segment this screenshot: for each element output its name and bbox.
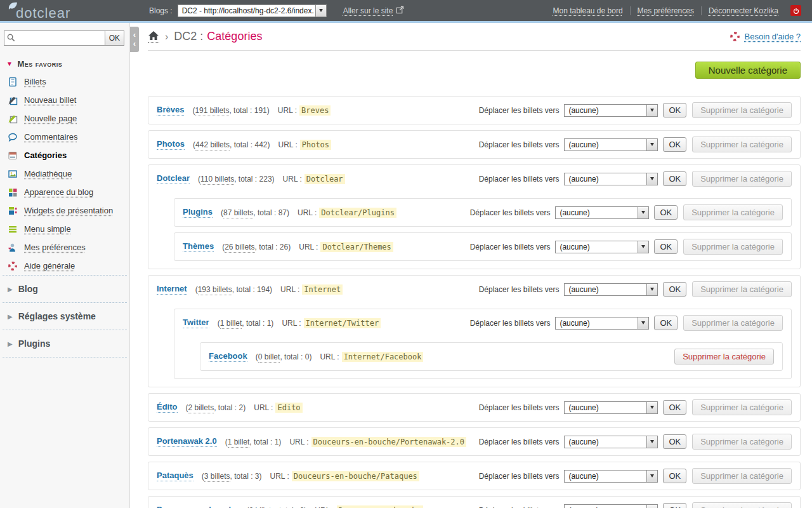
delete-category-button[interactable]: Supprimer la catégorie — [683, 239, 783, 255]
category-link[interactable]: Douceurs en bouche — [157, 505, 239, 508]
go-to-site-link[interactable]: Aller sur le site — [343, 6, 393, 15]
sidebar-item-mes-pr-f-rences[interactable]: Mes préférences — [0, 238, 129, 257]
category-line: Édito(2 billets, total : 2)URL :EditoDép… — [148, 394, 800, 421]
power-icon — [792, 7, 800, 15]
delete-category-button[interactable]: Supprimer la catégorie — [692, 434, 792, 450]
ok-button[interactable]: OK — [663, 503, 686, 508]
blog-select[interactable]: DC2 - http://localhost/hg-dc2-2.6/index. — [178, 4, 327, 17]
category-line: Facebook(0 billet, total : 0)URL :Intern… — [200, 343, 782, 370]
logout-power-button[interactable] — [790, 5, 801, 16]
move-category-select[interactable]: (aucune) — [555, 241, 649, 253]
move-category-select[interactable]: (aucune) — [555, 317, 649, 330]
move-category-select[interactable]: (aucune) — [564, 504, 658, 508]
sidebar-item-label: Apparence du blog — [24, 187, 93, 197]
sidebar-item-billets[interactable]: Billets — [0, 72, 129, 91]
ok-button[interactable]: OK — [663, 282, 686, 297]
delete-category-button[interactable]: Supprimer la catégorie — [674, 349, 774, 364]
ok-button[interactable]: OK — [663, 400, 686, 415]
delete-category-button[interactable]: Supprimer la catégorie — [692, 399, 792, 415]
sidebar-item-cat-gories[interactable]: Catégories — [0, 146, 129, 164]
select-arrow-icon — [646, 105, 657, 116]
category-post-count: (87 billets, total : 87) — [221, 208, 289, 217]
category-link[interactable]: Plugins — [183, 207, 213, 218]
sidebar-sections: ▶Blog▶Réglages système▶Plugins — [0, 275, 129, 358]
category-children: Facebook(0 billet, total : 0)URL :Intern… — [174, 342, 791, 378]
category-link[interactable]: Édito — [157, 402, 178, 413]
category-link[interactable]: Pataquès — [157, 471, 193, 481]
category-link[interactable]: Dotclear — [157, 173, 190, 184]
delete-category-button[interactable]: Supprimer la catégorie — [683, 204, 783, 220]
delete-category-button[interactable]: Supprimer la catégorie — [692, 468, 792, 484]
category-info: Photos(442 billets, total : 442)URL :Pho… — [157, 139, 331, 150]
delete-category-button[interactable]: Supprimer la catégorie — [692, 281, 792, 297]
category-link[interactable]: Thèmes — [183, 241, 214, 252]
move-category-select[interactable]: (aucune) — [564, 470, 658, 483]
delete-category-button[interactable]: Supprimer la catégorie — [683, 315, 783, 331]
sidebar-item-aide-g-n-rale[interactable]: Aide générale — [0, 257, 129, 275]
category-link[interactable]: Photos — [157, 139, 185, 150]
sidebar-collapse-handle[interactable]: ‹‹ — [130, 27, 139, 52]
select-arrow-icon — [646, 436, 657, 448]
ok-button[interactable]: OK — [663, 171, 686, 186]
search-ok-button[interactable]: OK — [105, 30, 124, 46]
posts-count: 1 billet — [228, 438, 250, 448]
home-breadcrumb-link[interactable] — [148, 30, 159, 43]
select-value: (aucune) — [565, 403, 646, 412]
ok-button[interactable]: OK — [663, 434, 686, 449]
category-link[interactable]: Internet — [157, 284, 187, 295]
move-category-select[interactable]: (aucune) — [555, 206, 649, 219]
dotclear-logo[interactable]: dotclear — [0, 1, 130, 20]
sidebar-item-commentaires[interactable]: Commentaires — [0, 128, 129, 146]
sidebar-item-nouveau-billet[interactable]: Nouveau billet — [0, 91, 129, 109]
sidebar-section-plugins[interactable]: ▶Plugins — [0, 330, 129, 357]
sidebar-section-blog[interactable]: ▶Blog — [0, 276, 129, 302]
delete-category-button[interactable]: Supprimer la catégorie — [692, 502, 792, 508]
ok-button[interactable]: OK — [663, 137, 686, 152]
ok-button[interactable]: OK — [654, 205, 678, 220]
search-input[interactable] — [4, 30, 105, 46]
move-category-select[interactable]: (aucune) — [564, 104, 658, 117]
move-category-select[interactable]: (aucune) — [564, 401, 658, 414]
move-category-select[interactable]: (aucune) — [564, 173, 658, 185]
sidebar-item-label: Aide générale — [24, 261, 75, 271]
sidebar-item-apparence-du-blog[interactable]: Apparence du blog — [0, 183, 129, 201]
help-link[interactable]: Besoin d'aide ? — [745, 32, 801, 41]
favorites-list: BilletsNouveau billetNouvelle pageCommen… — [0, 72, 129, 275]
topbar-link[interactable]: Mes préférences — [630, 6, 701, 15]
delete-category-button[interactable]: Supprimer la catégorie — [692, 137, 792, 152]
main-area: ‹‹ › DC2 : Catégories Besoin d'aide ? No… — [130, 23, 812, 508]
category-link[interactable]: Brèves — [157, 105, 184, 116]
category-link[interactable]: Portenawak 2.0 — [157, 436, 217, 447]
favorites-section-title[interactable]: ▼ Mes favoris — [6, 59, 129, 69]
sidebar-item-m-diath-que[interactable]: Médiathèque — [0, 164, 129, 183]
topbar-link[interactable]: Déconnecter Kozlika — [701, 6, 785, 15]
select-value: (aucune) — [565, 175, 646, 184]
posts-count: 3 billets — [204, 472, 230, 482]
ok-button[interactable]: OK — [663, 103, 686, 117]
delete-category-button[interactable]: Supprimer la catégorie — [692, 102, 792, 118]
topbar-link[interactable]: Mon tableau de bord — [546, 6, 629, 15]
move-posts-label: Déplacer les billets vers — [470, 208, 551, 217]
ok-button[interactable]: OK — [654, 239, 678, 254]
sidebar-item-widgets-de-pr-sentation[interactable]: Widgets de présentation — [0, 201, 129, 220]
move-category-select[interactable]: (aucune) — [564, 138, 658, 151]
move-posts-label: Déplacer les billets vers — [479, 472, 560, 481]
category-link[interactable]: Facebook — [209, 351, 247, 362]
home-icon — [148, 30, 159, 41]
category-url: Dotclear/Plugins — [319, 208, 396, 218]
move-category-select[interactable]: (aucune) — [564, 283, 658, 296]
delete-category-button[interactable]: Supprimer la catégorie — [692, 171, 792, 187]
new-category-button[interactable]: Nouvelle catégorie — [695, 62, 801, 79]
category-url: Dotclear — [304, 174, 345, 184]
move-posts-label: Déplacer les billets vers — [479, 506, 560, 508]
ok-button[interactable]: OK — [654, 316, 678, 330]
sidebar-section-r-glages-syst-me[interactable]: ▶Réglages système — [0, 303, 129, 330]
move-category-select[interactable]: (aucune) — [564, 436, 658, 448]
preferences-icon — [8, 243, 18, 253]
category-link[interactable]: Twitter — [183, 318, 209, 328]
ok-button[interactable]: OK — [663, 469, 686, 483]
sidebar-item-nouvelle-page[interactable]: Nouvelle page — [0, 109, 129, 128]
blogs-label: Blogs : — [149, 6, 173, 15]
category-row: Plugins(87 billets, total : 87)URL :Dotc… — [174, 198, 792, 227]
sidebar-item-menu-simple[interactable]: Menu simple — [0, 220, 129, 238]
